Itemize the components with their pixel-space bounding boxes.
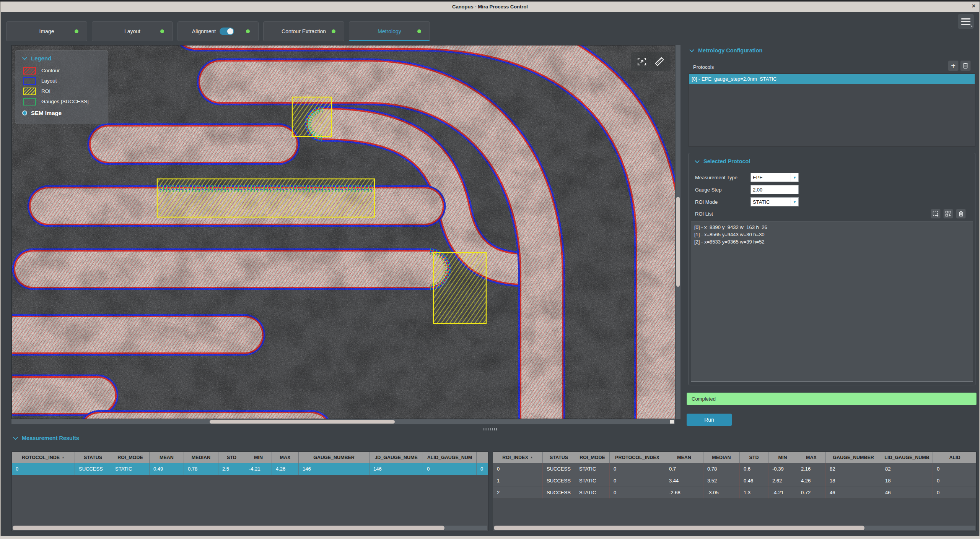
table-row[interactable]: 1SUCCESSSTATIC03.443.520.462.624.2618180 — [493, 475, 976, 487]
section-title: Measurement Results — [22, 435, 79, 441]
status-dot-green — [75, 29, 78, 33]
measurement-results-header[interactable]: Measurement Results — [14, 435, 79, 441]
trash-icon — [958, 211, 964, 217]
legend-panel[interactable]: Legend Contour Layout ROI Gauges [SUCCES… — [15, 50, 108, 124]
table-cell: 146 — [299, 463, 370, 475]
menu-caret-icon — [970, 26, 972, 28]
close-icon[interactable]: × — [972, 3, 975, 10]
column-header[interactable]: A — [477, 452, 488, 463]
column-header[interactable]: ROI_MODE — [575, 452, 610, 463]
titlebar[interactable]: Canopus - Mira Process Control × — [0, 2, 980, 12]
grid-add-icon — [945, 211, 952, 217]
table-cell: 0 — [423, 463, 477, 475]
measurement-type-select[interactable]: EPE ▾ — [750, 173, 799, 182]
splitter-handle[interactable] — [483, 428, 497, 430]
column-header[interactable]: MEAN — [150, 452, 184, 463]
radio-dot-icon[interactable] — [22, 110, 27, 115]
column-header[interactable]: STATUS — [75, 452, 111, 463]
scrollbar-thumb[interactable] — [210, 420, 395, 424]
column-header[interactable]: ALID_GAUGE_NUM — [423, 452, 477, 463]
column-header[interactable]: MIN — [768, 452, 797, 463]
scrollbar-thumb[interactable] — [494, 526, 864, 530]
column-header[interactable]: STATUS — [543, 452, 575, 463]
column-header[interactable]: STD — [740, 452, 768, 463]
sem-image-viewer[interactable]: .lay{stroke:#2431e8;fill:none;stroke-lin… — [11, 45, 675, 419]
dropdown-arrow-icon[interactable]: ▾ — [791, 198, 798, 206]
column-header[interactable]: ROI_INDEX▲ — [493, 452, 543, 463]
column-header[interactable]: LID_GAUGE_NUMB — [881, 452, 933, 463]
gauge-step-input[interactable] — [750, 185, 799, 194]
roi-results-table[interactable]: ROI_INDEX▲STATUSROI_MODEPROTOCOL_INDEXME… — [493, 451, 977, 531]
table-row[interactable]: 2SUCCESSSTATIC0-2.68-3.051.3-4.210.72464… — [493, 487, 976, 499]
column-header[interactable]: ROI_MODE — [111, 452, 150, 463]
measurement-type-label: Measurement Type — [695, 175, 737, 180]
column-header[interactable]: MEDIAN — [703, 452, 740, 463]
roi-mode-select[interactable]: STATIC ▾ — [750, 197, 799, 206]
dropdown-arrow-icon[interactable]: ▾ — [791, 173, 798, 182]
column-header[interactable]: MIN — [245, 452, 272, 463]
column-header[interactable]: GAUGE_NUMBER — [826, 452, 881, 463]
add-protocol-button[interactable]: + — [948, 60, 959, 71]
protocol-results-table[interactable]: ROTOCOL_INDE▲STATUSROI_MODEMEANMEDIANSTD… — [11, 451, 488, 531]
table-cell: 0.49 — [150, 463, 184, 475]
chevron-down-icon[interactable] — [13, 435, 18, 440]
column-header[interactable]: MAX — [272, 452, 299, 463]
protocol-list[interactable]: [0] - EPE gauge_step=2.0nm STATIC — [689, 73, 975, 147]
run-button[interactable]: Run — [687, 414, 732, 426]
column-header[interactable]: STD — [218, 452, 245, 463]
tab-layout[interactable]: Layout — [92, 21, 173, 41]
table-horizontal-scrollbar[interactable] — [13, 526, 487, 530]
table-horizontal-scrollbar[interactable] — [494, 526, 975, 530]
add-roi-grid-button[interactable] — [943, 209, 953, 219]
column-header[interactable]: .ID_GAUGE_NUME — [370, 452, 423, 463]
table-cell: 46 — [826, 487, 881, 498]
protocol-list-item-selected[interactable]: [0] - EPE gauge_step=2.0nm STATIC — [689, 74, 975, 84]
alignment-toggle[interactable] — [220, 28, 234, 35]
sem-image-layer-row[interactable]: SEM Image — [22, 110, 103, 116]
column-header[interactable]: MEAN — [665, 452, 703, 463]
roi-list[interactable]: [0] - x=8390 y=9432 w=163 h=26 [1] - x=8… — [691, 221, 973, 382]
column-header[interactable]: GAUGE_NUMBER — [299, 452, 370, 463]
dashed-rect-add-icon — [933, 211, 939, 217]
roi-list-item[interactable]: [0] - x=8390 y=9432 w=163 h=26 — [694, 224, 970, 231]
column-header[interactable]: ALID — [933, 452, 977, 463]
delete-protocol-button[interactable] — [960, 60, 971, 71]
metrology-configuration-header[interactable]: Metrology Configuration — [690, 47, 762, 54]
sort-ascending-icon: ▲ — [530, 456, 533, 459]
fit-view-button[interactable] — [635, 55, 648, 68]
tab-image-label: Image — [39, 28, 54, 34]
roi-list-item[interactable]: [2] - x=8533 y=9365 w=39 h=52 — [694, 238, 970, 245]
chevron-down-icon[interactable] — [22, 55, 27, 60]
hamburger-menu-button[interactable] — [958, 14, 974, 29]
chevron-down-icon[interactable] — [695, 158, 700, 163]
selected-protocol-header[interactable]: Selected Protocol — [695, 158, 750, 164]
column-header[interactable]: MAX — [797, 452, 826, 463]
scrollbar-thumb[interactable] — [13, 526, 444, 530]
table-cell: 0.46 — [740, 475, 768, 487]
window-title: Canopus - Mira Process Control — [452, 4, 528, 10]
window-left-border — [0, 2, 1, 539]
delete-roi-button[interactable] — [956, 209, 966, 219]
table-row[interactable]: 0SUCCESSSTATIC00.70.780.6-0.392.1682820 — [493, 463, 976, 475]
tab-metrology[interactable]: Metrology — [349, 21, 430, 41]
roi-list-item[interactable]: [1] - x=8565 y=9443 w=30 h=30 — [694, 231, 970, 238]
table-row[interactable]: 0SUCCESSSTATIC0.490.782.5-4.214.26146146… — [12, 463, 488, 475]
viewer-horizontal-scrollbar[interactable] — [11, 419, 675, 424]
column-header[interactable]: MEDIAN — [184, 452, 218, 463]
tab-contour-extraction[interactable]: Contour Extraction — [263, 21, 344, 41]
sort-ascending-icon: ▲ — [62, 456, 65, 459]
legend-item-roi: ROI — [23, 86, 103, 96]
scrollbar-thumb[interactable] — [676, 197, 680, 287]
table-cell: -2.68 — [665, 487, 703, 498]
column-header[interactable]: ROTOCOL_INDE▲ — [12, 452, 75, 463]
table-header-row: ROI_INDEX▲STATUSROI_MODEPROTOCOL_INDEXME… — [493, 452, 976, 463]
protocols-label: Protocols — [693, 64, 714, 70]
ruler-button[interactable] — [653, 55, 666, 68]
viewer-vertical-scrollbar[interactable] — [676, 45, 680, 419]
column-header[interactable]: PROTOCOL_INDEX — [610, 452, 665, 463]
add-roi-button[interactable] — [931, 209, 941, 219]
tab-image[interactable]: Image — [6, 21, 87, 41]
gauge-step-label: Gauge Step — [695, 187, 721, 193]
chevron-down-icon[interactable] — [689, 47, 694, 52]
tab-alignment[interactable]: Alignment — [177, 21, 259, 41]
